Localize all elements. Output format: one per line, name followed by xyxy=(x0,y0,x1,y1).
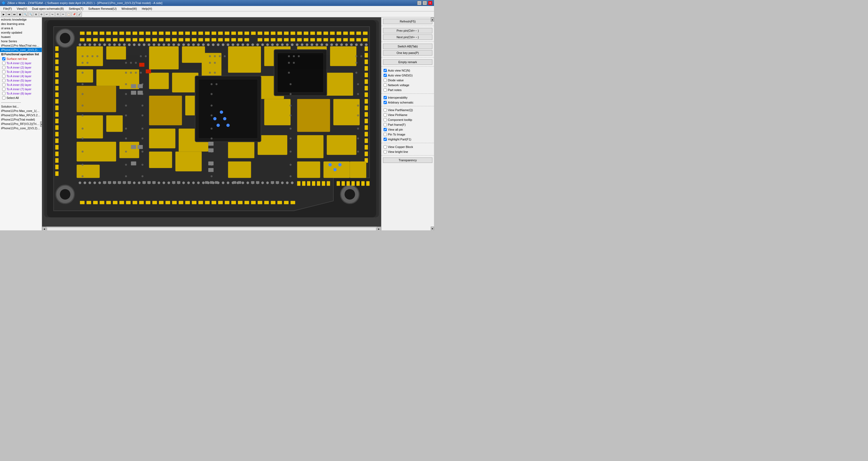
view-all-pin-checkbox[interactable] xyxy=(383,128,387,131)
toolbar-btn-7[interactable]: ⊕ xyxy=(34,12,38,17)
toolbar-btn-8[interactable]: ⊖ xyxy=(39,12,44,17)
part-notes-label[interactable]: Part notes xyxy=(388,88,401,92)
sidebar-label-inner4[interactable]: To A inner (4) layer xyxy=(6,74,31,78)
highlight-part-label[interactable]: Highlight Part(F1) xyxy=(388,138,411,141)
sidebar-label-inner2[interactable]: To A inner (2) layer xyxy=(6,66,31,69)
view-bright-line-label[interactable]: View bright line xyxy=(388,150,408,154)
sidebar-checkbox-inner1[interactable] xyxy=(2,62,5,65)
view-copper-block-checkbox[interactable] xyxy=(383,145,387,149)
menu-item-renewal[interactable]: Software Renewal(U) xyxy=(86,6,119,11)
view-pinname-checkbox[interactable] xyxy=(383,113,387,117)
toolbar-btn-10[interactable]: ↪ xyxy=(50,12,55,17)
next-pin-button[interactable]: Next pin(Ctrl+→) xyxy=(383,34,432,40)
sidebar-item-iphone11procore2[interactable]: iPhone11Pro_core_2(V3.2)(Trial model) xyxy=(0,48,42,52)
interoperability-checkbox[interactable] xyxy=(383,96,387,99)
part-frame-checkbox[interactable] xyxy=(383,123,387,126)
toolbar-btn-9[interactable]: ↩ xyxy=(44,12,50,17)
network-voltage-label[interactable]: Network voltage xyxy=(388,84,409,87)
sidebar-item-iphone11max1[interactable]: iPhone11Pro Max_core_1(V3.2)(Trial model… xyxy=(0,109,42,113)
part-frame-label[interactable]: Part frame(F) xyxy=(388,123,405,126)
minimize-button[interactable]: ─ xyxy=(417,1,422,5)
sidebar-item-video[interactable]: deo learning area xyxy=(0,22,42,26)
toolbar-btn-12[interactable]: ✂ xyxy=(61,12,66,17)
sidebar-checkbox-inner7[interactable] xyxy=(2,88,5,91)
toolbar-btn-2[interactable]: ⏮ xyxy=(6,12,11,17)
sidebar-checkbox-surfacenet[interactable] xyxy=(2,57,5,60)
sidebar-item-iphone11maxrf[interactable]: iPhone11Pro Max_RF(V3.2)(Trial model) xyxy=(0,113,42,117)
sidebar-checkbox-selectall[interactable] xyxy=(2,96,5,99)
toolbar-btn-6[interactable]: 🔍 xyxy=(28,12,33,17)
sidebar-item-iphone11procore2b[interactable]: iPhone11Pro_core_2(V3.2)(Trial model) xyxy=(0,126,42,130)
refresh-button[interactable]: Refresh(F5) xyxy=(383,19,432,24)
menu-item-file[interactable]: File(F) xyxy=(1,6,14,11)
sidebar-checkbox-inner2[interactable] xyxy=(2,66,5,69)
toolbar-btn-14[interactable]: 📌 xyxy=(72,12,76,17)
transparency-button[interactable]: Transparency xyxy=(383,158,432,163)
toolbar-btn-13[interactable]: 📋 xyxy=(66,12,71,17)
right-scroll-up-button[interactable]: ▲ xyxy=(431,18,434,22)
menu-item-window[interactable]: Window(W) xyxy=(119,6,139,11)
view-partname-label[interactable]: View PartName(Q) xyxy=(388,108,413,112)
prev-pin-button[interactable]: Prev pin(Ctrl+←) xyxy=(383,28,432,33)
sidebar-collapse-button[interactable]: ◄ xyxy=(40,122,42,127)
sidebar-item-iphone11pro[interactable]: iPhone11Pro(Trial model) xyxy=(0,117,42,122)
pin-to-image-label[interactable]: Pin To Image xyxy=(388,133,405,136)
auto-view-gnd-label[interactable]: Auto view GND(G) xyxy=(388,74,412,77)
scroll-left-button[interactable]: ◄ xyxy=(42,227,46,231)
sidebar-label-inner1[interactable]: To A inner (1) layer xyxy=(6,62,31,65)
sidebar-item-iphone11promax[interactable]: iPhone11Pro Max(Trial model) xyxy=(0,43,42,48)
arbitrary-schematic-label[interactable]: Arbitrary schematic xyxy=(388,101,413,104)
view-bright-line-checkbox[interactable] xyxy=(383,150,387,154)
sidebar-label-inner6[interactable]: To A inner (6) layer xyxy=(6,83,31,87)
sidebar-label-inner7[interactable]: To A inner (7) layer xyxy=(6,88,31,91)
interoperability-label[interactable]: Interoperability xyxy=(388,96,407,99)
component-tooltip-checkbox[interactable] xyxy=(383,118,387,122)
sidebar-label-inner8[interactable]: To A inner (8) layer xyxy=(6,92,31,95)
menu-item-view[interactable]: View(V) xyxy=(14,6,29,11)
toolbar-btn-3[interactable]: ⏭ xyxy=(12,12,17,17)
sidebar-checkbox-inner4[interactable] xyxy=(2,74,5,78)
auto-view-nc-label[interactable]: Auto view NC(N) xyxy=(388,69,410,72)
scroll-right-button[interactable]: ► xyxy=(377,227,381,231)
switch-ab-button[interactable]: Switch AB(Tab) xyxy=(383,44,432,49)
sidebar-item-iphone11prorf[interactable]: iPhone11Pro_RF(V3.2)(Trial model) xyxy=(0,122,42,126)
menu-item-settings[interactable]: Settings(T) xyxy=(66,6,86,11)
view-all-pin-label[interactable]: View all pin xyxy=(388,128,403,131)
empty-remark-button[interactable]: Empty remark xyxy=(383,59,432,65)
right-scroll-down-button[interactable]: ▼ xyxy=(431,227,434,230)
canvas-area[interactable]: ◄ ► xyxy=(42,18,381,230)
highlight-part-checkbox[interactable] xyxy=(383,138,387,141)
view-pinname-label[interactable]: View PinName xyxy=(388,113,407,117)
menu-item-help[interactable]: Help(H) xyxy=(140,6,154,11)
menu-item-dual[interactable]: Dual open schematic(B) xyxy=(30,6,66,11)
toolbar-btn-4[interactable]: ◼ xyxy=(18,12,22,17)
pin-to-image-checkbox[interactable] xyxy=(383,133,387,136)
sidebar-label-selectall[interactable]: Select All xyxy=(6,96,19,99)
component-tooltip-label[interactable]: Component tooltip xyxy=(388,118,412,122)
sidebar-item-phone[interactable]: hone Series xyxy=(0,39,42,43)
sidebar-label-inner5[interactable]: To A inner (5) layer xyxy=(6,79,31,82)
arbitrary-schematic-checkbox[interactable] xyxy=(383,101,387,104)
toolbar-btn-11[interactable]: ⟲ xyxy=(55,12,60,17)
sidebar-label-inner3[interactable]: To A inner (3) layer xyxy=(6,70,31,73)
toolbar-btn-5[interactable]: 🔍 xyxy=(23,12,28,17)
sidebar-checkbox-inner3[interactable] xyxy=(2,70,5,73)
close-button[interactable]: ✕ xyxy=(428,1,432,5)
toolbar-btn-1[interactable]: ▶ xyxy=(1,12,6,17)
part-notes-checkbox[interactable] xyxy=(383,88,387,92)
sidebar-checkbox-inner8[interactable] xyxy=(2,92,5,95)
sidebar-checkbox-inner6[interactable] xyxy=(2,83,5,87)
view-copper-block-label[interactable]: View Copper Block xyxy=(388,145,413,149)
sidebar-item-tool[interactable]: ol area & xyxy=(0,26,42,30)
maximize-button[interactable]: □ xyxy=(423,1,427,5)
sidebar-item-electronic[interactable]: ectronic knowledge xyxy=(0,18,42,22)
view-partname-checkbox[interactable] xyxy=(383,108,387,112)
network-voltage-checkbox[interactable] xyxy=(383,84,387,87)
diode-value-label[interactable]: Diode value xyxy=(388,78,404,82)
auto-view-nc-checkbox[interactable] xyxy=(383,69,387,72)
auto-view-gnd-checkbox[interactable] xyxy=(383,74,387,77)
sidebar-item-solution[interactable]: Solution list... xyxy=(0,104,42,109)
diode-value-checkbox[interactable] xyxy=(383,78,387,82)
sidebar-item-updated[interactable]: ecently updated xyxy=(0,30,42,35)
h-scroll-track[interactable] xyxy=(47,227,376,231)
